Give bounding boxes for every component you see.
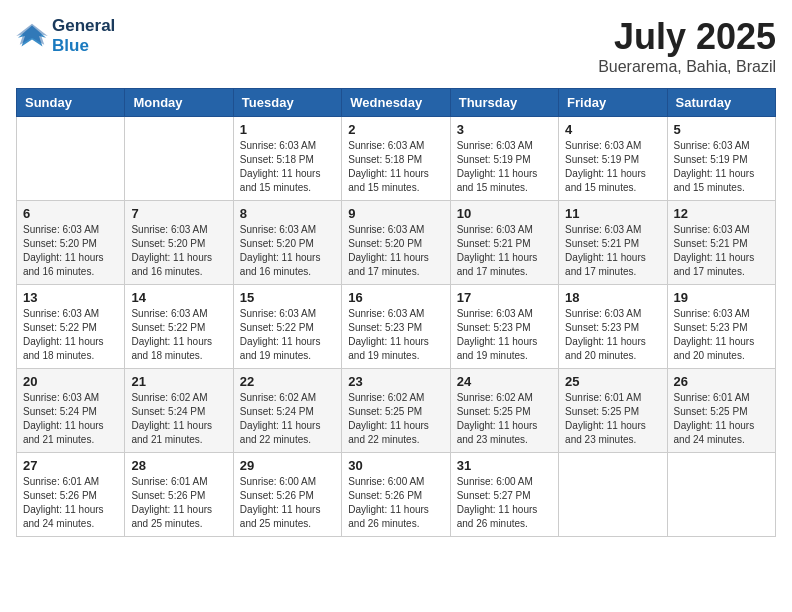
day-number: 29 xyxy=(240,458,335,473)
calendar-cell: 30Sunrise: 6:00 AM Sunset: 5:26 PM Dayli… xyxy=(342,453,450,537)
calendar-table: SundayMondayTuesdayWednesdayThursdayFrid… xyxy=(16,88,776,537)
svg-marker-1 xyxy=(16,23,48,44)
day-info: Sunrise: 6:03 AM Sunset: 5:20 PM Dayligh… xyxy=(240,223,335,279)
weekday-header: Saturday xyxy=(667,89,775,117)
calendar-cell: 20Sunrise: 6:03 AM Sunset: 5:24 PM Dayli… xyxy=(17,369,125,453)
day-info: Sunrise: 6:03 AM Sunset: 5:22 PM Dayligh… xyxy=(23,307,118,363)
day-number: 6 xyxy=(23,206,118,221)
day-number: 25 xyxy=(565,374,660,389)
day-number: 18 xyxy=(565,290,660,305)
calendar-cell: 4Sunrise: 6:03 AM Sunset: 5:19 PM Daylig… xyxy=(559,117,667,201)
weekday-header: Friday xyxy=(559,89,667,117)
day-number: 31 xyxy=(457,458,552,473)
calendar-week-row: 6Sunrise: 6:03 AM Sunset: 5:20 PM Daylig… xyxy=(17,201,776,285)
calendar-cell: 28Sunrise: 6:01 AM Sunset: 5:26 PM Dayli… xyxy=(125,453,233,537)
day-info: Sunrise: 6:03 AM Sunset: 5:19 PM Dayligh… xyxy=(565,139,660,195)
day-number: 23 xyxy=(348,374,443,389)
calendar-cell: 12Sunrise: 6:03 AM Sunset: 5:21 PM Dayli… xyxy=(667,201,775,285)
day-info: Sunrise: 6:03 AM Sunset: 5:20 PM Dayligh… xyxy=(348,223,443,279)
day-info: Sunrise: 6:03 AM Sunset: 5:20 PM Dayligh… xyxy=(131,223,226,279)
calendar-cell: 19Sunrise: 6:03 AM Sunset: 5:23 PM Dayli… xyxy=(667,285,775,369)
day-info: Sunrise: 6:03 AM Sunset: 5:21 PM Dayligh… xyxy=(674,223,769,279)
day-info: Sunrise: 6:03 AM Sunset: 5:21 PM Dayligh… xyxy=(457,223,552,279)
day-number: 9 xyxy=(348,206,443,221)
day-info: Sunrise: 6:02 AM Sunset: 5:24 PM Dayligh… xyxy=(131,391,226,447)
calendar-cell: 27Sunrise: 6:01 AM Sunset: 5:26 PM Dayli… xyxy=(17,453,125,537)
day-number: 20 xyxy=(23,374,118,389)
calendar-week-row: 27Sunrise: 6:01 AM Sunset: 5:26 PM Dayli… xyxy=(17,453,776,537)
weekday-header: Monday xyxy=(125,89,233,117)
day-number: 12 xyxy=(674,206,769,221)
day-info: Sunrise: 6:03 AM Sunset: 5:23 PM Dayligh… xyxy=(348,307,443,363)
page-header: General Blue July 2025 Buerarema, Bahia,… xyxy=(16,16,776,76)
calendar-cell: 25Sunrise: 6:01 AM Sunset: 5:25 PM Dayli… xyxy=(559,369,667,453)
calendar-cell: 1Sunrise: 6:03 AM Sunset: 5:18 PM Daylig… xyxy=(233,117,341,201)
calendar-cell: 18Sunrise: 6:03 AM Sunset: 5:23 PM Dayli… xyxy=(559,285,667,369)
day-info: Sunrise: 6:03 AM Sunset: 5:18 PM Dayligh… xyxy=(240,139,335,195)
day-number: 2 xyxy=(348,122,443,137)
calendar-cell: 14Sunrise: 6:03 AM Sunset: 5:22 PM Dayli… xyxy=(125,285,233,369)
calendar-week-row: 13Sunrise: 6:03 AM Sunset: 5:22 PM Dayli… xyxy=(17,285,776,369)
day-info: Sunrise: 6:03 AM Sunset: 5:21 PM Dayligh… xyxy=(565,223,660,279)
day-number: 15 xyxy=(240,290,335,305)
day-info: Sunrise: 6:00 AM Sunset: 5:26 PM Dayligh… xyxy=(348,475,443,531)
calendar-cell: 16Sunrise: 6:03 AM Sunset: 5:23 PM Dayli… xyxy=(342,285,450,369)
weekday-header: Wednesday xyxy=(342,89,450,117)
calendar-cell: 6Sunrise: 6:03 AM Sunset: 5:20 PM Daylig… xyxy=(17,201,125,285)
calendar-cell xyxy=(667,453,775,537)
weekday-header: Sunday xyxy=(17,89,125,117)
day-info: Sunrise: 6:03 AM Sunset: 5:23 PM Dayligh… xyxy=(674,307,769,363)
day-info: Sunrise: 6:01 AM Sunset: 5:25 PM Dayligh… xyxy=(565,391,660,447)
logo-icon xyxy=(16,22,48,50)
day-info: Sunrise: 6:00 AM Sunset: 5:27 PM Dayligh… xyxy=(457,475,552,531)
day-number: 4 xyxy=(565,122,660,137)
day-number: 16 xyxy=(348,290,443,305)
day-info: Sunrise: 6:01 AM Sunset: 5:26 PM Dayligh… xyxy=(23,475,118,531)
day-number: 26 xyxy=(674,374,769,389)
day-info: Sunrise: 6:01 AM Sunset: 5:26 PM Dayligh… xyxy=(131,475,226,531)
calendar-cell: 11Sunrise: 6:03 AM Sunset: 5:21 PM Dayli… xyxy=(559,201,667,285)
day-number: 3 xyxy=(457,122,552,137)
day-info: Sunrise: 6:01 AM Sunset: 5:25 PM Dayligh… xyxy=(674,391,769,447)
calendar-cell: 5Sunrise: 6:03 AM Sunset: 5:19 PM Daylig… xyxy=(667,117,775,201)
calendar-cell xyxy=(559,453,667,537)
day-number: 21 xyxy=(131,374,226,389)
day-info: Sunrise: 6:03 AM Sunset: 5:22 PM Dayligh… xyxy=(240,307,335,363)
day-number: 11 xyxy=(565,206,660,221)
calendar-cell: 9Sunrise: 6:03 AM Sunset: 5:20 PM Daylig… xyxy=(342,201,450,285)
calendar-cell: 10Sunrise: 6:03 AM Sunset: 5:21 PM Dayli… xyxy=(450,201,558,285)
day-number: 22 xyxy=(240,374,335,389)
day-info: Sunrise: 6:03 AM Sunset: 5:19 PM Dayligh… xyxy=(674,139,769,195)
title-block: July 2025 Buerarema, Bahia, Brazil xyxy=(598,16,776,76)
calendar-cell xyxy=(17,117,125,201)
calendar-cell: 29Sunrise: 6:00 AM Sunset: 5:26 PM Dayli… xyxy=(233,453,341,537)
calendar-cell: 24Sunrise: 6:02 AM Sunset: 5:25 PM Dayli… xyxy=(450,369,558,453)
calendar-cell: 21Sunrise: 6:02 AM Sunset: 5:24 PM Dayli… xyxy=(125,369,233,453)
day-number: 19 xyxy=(674,290,769,305)
calendar-cell: 15Sunrise: 6:03 AM Sunset: 5:22 PM Dayli… xyxy=(233,285,341,369)
day-number: 5 xyxy=(674,122,769,137)
calendar-cell: 17Sunrise: 6:03 AM Sunset: 5:23 PM Dayli… xyxy=(450,285,558,369)
logo-text-general: General xyxy=(52,16,115,36)
day-number: 8 xyxy=(240,206,335,221)
logo: General Blue xyxy=(16,16,115,55)
day-info: Sunrise: 6:03 AM Sunset: 5:23 PM Dayligh… xyxy=(457,307,552,363)
calendar-week-row: 20Sunrise: 6:03 AM Sunset: 5:24 PM Dayli… xyxy=(17,369,776,453)
calendar-cell: 2Sunrise: 6:03 AM Sunset: 5:18 PM Daylig… xyxy=(342,117,450,201)
day-number: 7 xyxy=(131,206,226,221)
weekday-header: Thursday xyxy=(450,89,558,117)
day-number: 28 xyxy=(131,458,226,473)
calendar-week-row: 1Sunrise: 6:03 AM Sunset: 5:18 PM Daylig… xyxy=(17,117,776,201)
calendar-cell: 31Sunrise: 6:00 AM Sunset: 5:27 PM Dayli… xyxy=(450,453,558,537)
day-number: 1 xyxy=(240,122,335,137)
calendar-cell: 13Sunrise: 6:03 AM Sunset: 5:22 PM Dayli… xyxy=(17,285,125,369)
weekday-header: Tuesday xyxy=(233,89,341,117)
day-info: Sunrise: 6:03 AM Sunset: 5:22 PM Dayligh… xyxy=(131,307,226,363)
calendar-cell xyxy=(125,117,233,201)
day-info: Sunrise: 6:03 AM Sunset: 5:18 PM Dayligh… xyxy=(348,139,443,195)
day-info: Sunrise: 6:03 AM Sunset: 5:20 PM Dayligh… xyxy=(23,223,118,279)
calendar-cell: 3Sunrise: 6:03 AM Sunset: 5:19 PM Daylig… xyxy=(450,117,558,201)
page-subtitle: Buerarema, Bahia, Brazil xyxy=(598,58,776,76)
calendar-cell: 23Sunrise: 6:02 AM Sunset: 5:25 PM Dayli… xyxy=(342,369,450,453)
day-info: Sunrise: 6:03 AM Sunset: 5:24 PM Dayligh… xyxy=(23,391,118,447)
